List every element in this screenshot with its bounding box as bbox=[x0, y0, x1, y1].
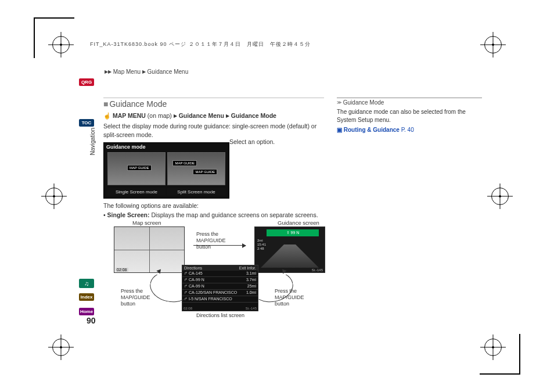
screenshot-guidance-mode: Guidance mode MAP GUIDE MAP GUIDE MAP GU… bbox=[103, 142, 229, 199]
label-directions-list: Directions list screen bbox=[196, 312, 244, 318]
screen-flow-diagram: Map screen Guidance screen 02:08 ⇧ 99 N … bbox=[103, 220, 330, 318]
caption-press-button: Press the MAP/GUIDE button bbox=[121, 288, 156, 307]
crop-mark bbox=[484, 36, 502, 53]
cross-reference-link[interactable]: ▣ Routing & Guidance P. 40 bbox=[337, 127, 482, 133]
tab-qrg[interactable]: QRG bbox=[79, 78, 94, 86]
label-map-screen: Map screen bbox=[132, 220, 161, 226]
menu-path: ☝ MAP MENU (on map) ▶ Guidance Menu ▶ Gu… bbox=[103, 112, 324, 120]
section-tab-navigation: Navigation bbox=[89, 128, 96, 155]
print-header: FIT_KA-31TK6830.book 90 ページ ２０１１年７月４日 月曜… bbox=[90, 41, 311, 48]
body-text: Select the display mode during route gui… bbox=[103, 122, 324, 139]
sidebar-title: ≫ Guidance Mode bbox=[337, 98, 482, 106]
crop-mark bbox=[491, 188, 509, 205]
page-number: 90 bbox=[87, 316, 96, 325]
screenshot-map: 02:08 bbox=[114, 226, 185, 273]
crop-mark bbox=[52, 36, 70, 53]
screenshot-directions-list: DirectionsExit Infor. CA-1453.1mi CA-99 … bbox=[182, 265, 258, 311]
tab-index[interactable]: Index bbox=[79, 293, 94, 301]
screenshot-guidance: ⇧ 99 N 2mi 15:41 2:48 St.-145 bbox=[254, 226, 325, 273]
options-intro: The following options are available: bbox=[103, 202, 324, 209]
crop-mark bbox=[52, 339, 70, 356]
step-text: Select an option. bbox=[229, 138, 275, 145]
caption-press-button: Press the MAP/GUIDE button bbox=[275, 288, 310, 307]
breadcrumb: ▶▶ Map Menu ▶ Guidance Menu bbox=[105, 69, 188, 75]
section-title: ■Guidance Mode bbox=[103, 98, 324, 109]
sidebar-body: The guidance mode can also be selected f… bbox=[337, 108, 482, 124]
tab-toc[interactable]: TOC bbox=[79, 119, 94, 127]
crop-mark bbox=[484, 339, 502, 356]
tab-home[interactable]: Home bbox=[79, 308, 94, 315]
caption-press-button: Press the MAP/GUIDE button bbox=[196, 231, 231, 250]
option-single-screen: Single Screen: Displays the map and guid… bbox=[103, 211, 324, 218]
crop-mark bbox=[45, 188, 63, 205]
label-guidance-screen: Guidance screen bbox=[278, 220, 319, 226]
tab-voice[interactable]: ♫ bbox=[79, 279, 94, 288]
